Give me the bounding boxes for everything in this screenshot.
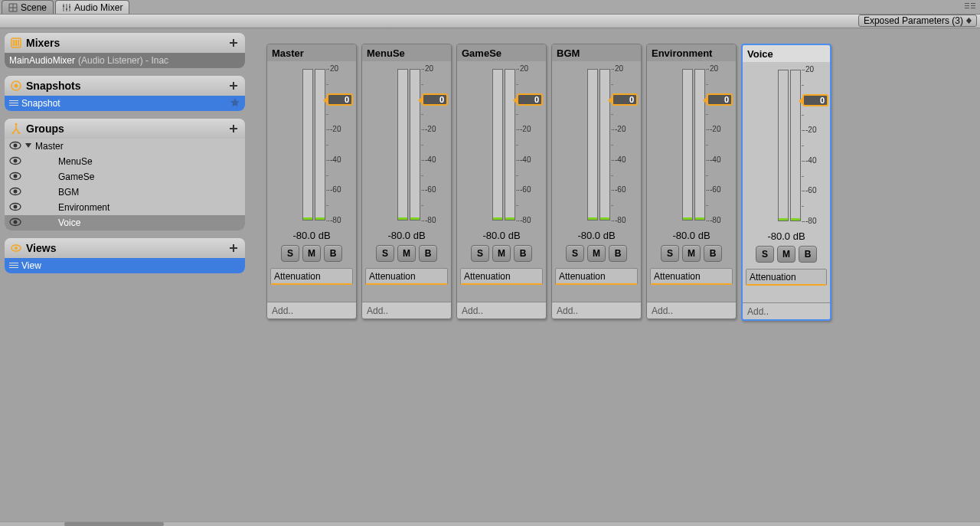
- add-effect-button[interactable]: Add..: [743, 302, 830, 319]
- fader-handle[interactable]: 0: [612, 93, 638, 106]
- scene-icon: [8, 3, 18, 12]
- scale-label: -40: [615, 155, 626, 164]
- meter-area: 200-20-40-60-800: [267, 61, 356, 228]
- channel-strip[interactable]: MenuSe200-20-40-60-800-80.0 dBSMBAttenua…: [361, 44, 452, 319]
- fader-handle[interactable]: 0: [707, 93, 733, 106]
- visibility-icon[interactable]: [9, 187, 21, 198]
- group-item[interactable]: Master: [5, 139, 245, 154]
- scale-label: -20: [615, 125, 626, 133]
- visibility-icon[interactable]: [9, 172, 21, 183]
- vu-meter: [587, 69, 610, 221]
- scale-label: -20: [805, 126, 816, 134]
- channel-name[interactable]: MenuSe: [362, 44, 451, 61]
- scale-label: -60: [520, 185, 531, 194]
- visibility-icon[interactable]: [9, 202, 21, 214]
- mixers-icon: [11, 38, 21, 48]
- mute-button[interactable]: M: [492, 245, 511, 262]
- channel-strip[interactable]: Voice200-20-40-60-800-80.0 dBSMBAttenuat…: [741, 44, 831, 321]
- fader-handle[interactable]: 0: [517, 93, 543, 106]
- effect-slot[interactable]: Attenuation: [365, 268, 448, 285]
- effect-slot[interactable]: Attenuation: [650, 268, 733, 285]
- tab-options-icon[interactable]: [965, 2, 975, 13]
- mixer-item[interactable]: MainAudioMixer (Audio Listener) - Inac: [5, 53, 245, 68]
- bottom-scrollbar[interactable]: [0, 521, 980, 526]
- tab-audio-mixer[interactable]: Audio Mixer: [55, 0, 129, 14]
- group-item[interactable]: MenuSe: [5, 154, 245, 169]
- foldout-icon[interactable]: [24, 141, 32, 152]
- solo-button[interactable]: S: [281, 245, 299, 262]
- group-item[interactable]: Environment: [5, 200, 245, 215]
- mute-button[interactable]: M: [587, 245, 606, 262]
- solo-button[interactable]: S: [756, 246, 774, 263]
- channel-name[interactable]: GameSe: [457, 44, 546, 61]
- add-effect-button[interactable]: Add..: [267, 302, 356, 319]
- scale-label: -60: [330, 185, 341, 194]
- channel-name[interactable]: Voice: [743, 45, 830, 62]
- mixer-name: MainAudioMixer: [9, 55, 75, 66]
- svg-point-14: [15, 84, 18, 88]
- vu-meter: [492, 69, 515, 221]
- add-effect-button[interactable]: Add..: [362, 302, 451, 319]
- svg-rect-35: [9, 263, 18, 263]
- svg-rect-2: [69, 6, 70, 8]
- fader-handle[interactable]: 0: [802, 94, 828, 106]
- fader-handle[interactable]: 0: [327, 93, 353, 106]
- solo-button[interactable]: S: [471, 245, 489, 262]
- solo-button[interactable]: S: [376, 245, 394, 262]
- add-effect-button[interactable]: Add..: [457, 302, 546, 319]
- scrollbar-thumb[interactable]: [64, 522, 164, 526]
- mute-button[interactable]: M: [777, 246, 795, 263]
- solo-button[interactable]: S: [566, 245, 584, 262]
- bypass-button[interactable]: B: [704, 245, 722, 262]
- group-label: MenuSe: [58, 156, 93, 167]
- effect-slot[interactable]: Attenuation: [555, 268, 638, 285]
- add-mixer-button[interactable]: [228, 38, 239, 48]
- group-item[interactable]: Voice: [5, 215, 245, 230]
- svg-rect-15: [9, 100, 18, 101]
- add-effect-button[interactable]: Add..: [552, 302, 641, 319]
- channel-strip[interactable]: Master200-20-40-60-800-80.0 dBSMBAttenua…: [266, 44, 357, 319]
- drag-handle-icon: [9, 98, 18, 109]
- fader-value: 0: [534, 95, 539, 104]
- scale-label: -80: [710, 216, 720, 224]
- mute-button[interactable]: M: [302, 245, 321, 262]
- add-view-button[interactable]: [228, 243, 239, 253]
- visibility-icon[interactable]: [9, 156, 21, 168]
- tab-scene[interactable]: Scene: [2, 0, 54, 14]
- svg-rect-3: [965, 3, 969, 4]
- view-item[interactable]: View: [5, 258, 245, 273]
- star-icon[interactable]: [230, 97, 240, 110]
- mute-button[interactable]: M: [682, 245, 701, 262]
- effect-slot[interactable]: Attenuation: [270, 268, 353, 285]
- channel-strip[interactable]: BGM200-20-40-60-800-80.0 dBSMBAttenuatio…: [551, 44, 642, 319]
- bypass-button[interactable]: B: [799, 246, 817, 263]
- channel-name[interactable]: Master: [267, 44, 356, 61]
- solo-button[interactable]: S: [661, 245, 679, 262]
- views-icon: [11, 243, 21, 253]
- bypass-button[interactable]: B: [324, 245, 342, 262]
- add-snapshot-button[interactable]: [228, 80, 239, 91]
- group-item[interactable]: BGM: [5, 185, 245, 200]
- bypass-button[interactable]: B: [514, 245, 532, 262]
- snapshot-item[interactable]: Snapshot: [5, 96, 245, 111]
- fader-handle[interactable]: 0: [422, 93, 448, 106]
- channel-strip[interactable]: GameSe200-20-40-60-800-80.0 dBSMBAttenua…: [456, 44, 547, 319]
- group-label: Environment: [58, 202, 109, 213]
- add-group-button[interactable]: [228, 123, 239, 134]
- visibility-icon[interactable]: [9, 217, 21, 229]
- channel-name[interactable]: BGM: [552, 44, 641, 61]
- group-label: GameSe: [58, 172, 94, 182]
- effect-slot[interactable]: Attenuation: [460, 268, 543, 285]
- channel-name[interactable]: Environment: [647, 44, 736, 61]
- mute-button[interactable]: M: [397, 245, 416, 262]
- channel-strip[interactable]: Environment200-20-40-60-800-80.0 dBSMBAt…: [646, 44, 737, 319]
- group-item[interactable]: GameSe: [5, 169, 245, 185]
- exposed-parameters-dropdown[interactable]: Exposed Parameters (3): [858, 15, 977, 27]
- add-effect-button[interactable]: Add..: [647, 302, 736, 319]
- bypass-button[interactable]: B: [609, 245, 627, 262]
- visibility-icon[interactable]: [9, 141, 21, 152]
- scale-label: -40: [805, 156, 816, 165]
- snapshots-title: Snapshots: [26, 80, 224, 92]
- effect-slot[interactable]: Attenuation: [746, 269, 827, 286]
- bypass-button[interactable]: B: [419, 245, 437, 262]
